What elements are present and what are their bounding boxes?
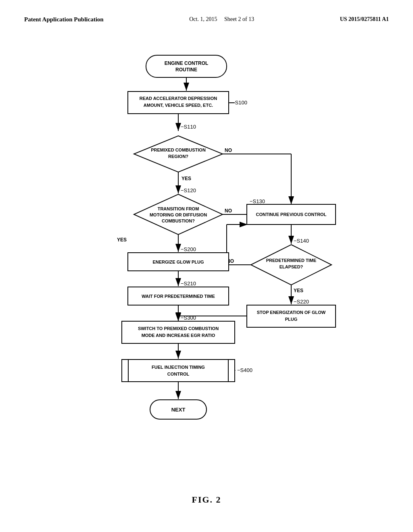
svg-text:ENERGIZE GLOW PLUG: ENERGIZE GLOW PLUG bbox=[152, 260, 204, 264]
svg-text:MOTORING OR DIFFUSION: MOTORING OR DIFFUSION bbox=[150, 212, 207, 217]
svg-text:−S220: −S220 bbox=[294, 299, 309, 305]
svg-text:AMOUNT, VEHICLE SPEED, ETC.: AMOUNT, VEHICLE SPEED, ETC. bbox=[144, 103, 213, 108]
svg-text:NO: NO bbox=[225, 208, 232, 214]
svg-text:NEXT: NEXT bbox=[171, 407, 186, 413]
svg-text:MODE AND INCREASE EGR RATIO: MODE AND INCREASE EGR RATIO bbox=[142, 333, 215, 338]
svg-text:ELAPSED?: ELAPSED? bbox=[280, 264, 303, 269]
svg-rect-1 bbox=[146, 55, 227, 77]
svg-text:−S110: −S110 bbox=[181, 124, 196, 130]
svg-text:STOP ENERGIZATION OF GLOW: STOP ENERGIZATION OF GLOW bbox=[257, 310, 326, 315]
svg-text:YES: YES bbox=[117, 237, 127, 243]
sheet-info: Sheet 2 of 13 bbox=[224, 16, 254, 22]
flowchart-svg: ENGINE CONTROL ROUTINE READ ACCELERATOR … bbox=[41, 47, 372, 482]
svg-text:WAIT FOR PREDETERMINED TIME: WAIT FOR PREDETERMINED TIME bbox=[142, 294, 215, 299]
svg-text:COMBUSTION?: COMBUSTION? bbox=[162, 218, 195, 223]
fig-label-text: FIG. 2 bbox=[192, 495, 221, 505]
svg-text:ENGINE CONTROL: ENGINE CONTROL bbox=[165, 60, 209, 66]
svg-text:−S120: −S120 bbox=[181, 187, 196, 193]
svg-text:CONTROL: CONTROL bbox=[167, 372, 190, 376]
svg-text:CONTINUE PREVIOUS CONTROL: CONTINUE PREVIOUS CONTROL bbox=[256, 212, 327, 217]
svg-text:YES: YES bbox=[294, 288, 303, 293]
page: Patent Application Publication Oct. 1, 2… bbox=[0, 0, 413, 532]
svg-text:YES: YES bbox=[181, 176, 191, 181]
header-center: Oct. 1, 2015 Sheet 2 of 13 bbox=[189, 16, 254, 23]
svg-text:TRANSITION FROM: TRANSITION FROM bbox=[158, 206, 199, 211]
publication-title: Patent Application Publication bbox=[24, 16, 104, 23]
svg-text:FUEL INJECTION TIMING: FUEL INJECTION TIMING bbox=[152, 365, 205, 370]
svg-text:NO: NO bbox=[225, 148, 232, 153]
patent-number: US 2015/0275811 A1 bbox=[340, 16, 389, 22]
svg-text:−S130: −S130 bbox=[250, 198, 265, 204]
svg-rect-62 bbox=[122, 360, 235, 382]
svg-text:−S200: −S200 bbox=[181, 246, 196, 252]
figure-label: FIG. 2 bbox=[24, 495, 389, 505]
svg-text:−S400: −S400 bbox=[237, 367, 252, 373]
svg-text:ROUTINE: ROUTINE bbox=[175, 67, 197, 73]
svg-text:REGION?: REGION? bbox=[168, 154, 188, 159]
svg-rect-56 bbox=[122, 321, 235, 343]
header-right: US 2015/0275811 A1 bbox=[340, 16, 389, 23]
svg-text:−S140: −S140 bbox=[294, 238, 309, 244]
svg-text:−S210: −S210 bbox=[181, 281, 196, 287]
header: Patent Application Publication Oct. 1, 2… bbox=[24, 16, 389, 23]
svg-text:PREMIXED COMBUSTION: PREMIXED COMBUSTION bbox=[151, 148, 206, 152]
svg-rect-42 bbox=[247, 305, 336, 327]
svg-text:PREDETERMINED TIME: PREDETERMINED TIME bbox=[266, 258, 317, 263]
svg-text:SWITCH TO PREMIXED COMBUSTION: SWITCH TO PREMIXED COMBUSTION bbox=[138, 326, 219, 331]
header-left: Patent Application Publication bbox=[24, 16, 104, 23]
publication-date: Oct. 1, 2015 bbox=[189, 16, 217, 22]
svg-text:PLUG: PLUG bbox=[285, 317, 298, 322]
svg-text:READ ACCELERATOR DEPRESSION: READ ACCELERATOR DEPRESSION bbox=[140, 96, 217, 101]
